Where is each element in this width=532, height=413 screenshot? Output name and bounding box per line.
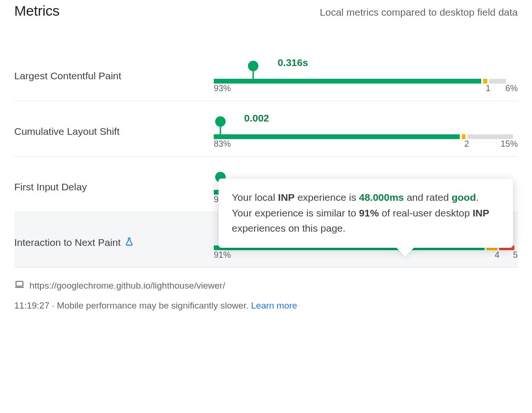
svg-rect-0 — [16, 282, 23, 286]
metric-marker — [248, 61, 258, 71]
distribution-bar — [214, 79, 518, 84]
metric-name: Largest Contentful Paint — [14, 70, 214, 82]
metric-chart: 0.00283%215% — [214, 119, 518, 144]
tooltip-abbr: INP — [473, 207, 489, 218]
metric-value: 0.002 — [244, 113, 269, 124]
laptop-icon — [14, 279, 25, 292]
footer-sep: · — [49, 300, 57, 310]
pct-poor: 15% — [501, 139, 518, 149]
metric-chart: 0.316s93%16% — [214, 64, 518, 88]
tooltip-text: Your local — [232, 192, 278, 203]
pct-ni: 2 — [465, 139, 469, 149]
metric-row-cls[interactable]: Cumulative Layout Shift0.00283%215% — [14, 101, 518, 156]
tooltip-value: 48.000ms — [359, 192, 404, 203]
segment-good — [214, 134, 460, 139]
flask-icon — [124, 237, 134, 249]
tooltip-abbr: INP — [278, 192, 294, 203]
footer: https://googlechrome.github.io/lighthous… — [14, 267, 518, 311]
pct-poor: 6% — [505, 84, 518, 94]
tooltip-text: experiences on this page. — [232, 223, 345, 234]
pct-ni: 1 — [485, 84, 490, 94]
metric-name: First Input Delay — [14, 181, 214, 193]
pct-good: 91% — [214, 250, 231, 260]
segment-grey — [467, 134, 513, 139]
tooltip-pct: 91% — [359, 207, 379, 218]
pct-ni: 4 — [495, 250, 500, 260]
pct-poor: 5 — [513, 250, 518, 260]
metric-value: 0.316s — [277, 57, 308, 68]
segment-ni — [462, 134, 466, 139]
pct-good: 9 — [214, 195, 218, 205]
pct-good: 93% — [214, 84, 231, 94]
distribution-bar — [214, 134, 518, 139]
footer-note: Mobile performance may be significantly … — [57, 300, 251, 310]
pct-good: 83% — [214, 139, 231, 149]
segment-grey — [489, 79, 506, 84]
tooltip-rating: good — [452, 192, 476, 203]
tooltip-text: experience is — [294, 192, 359, 203]
tooltip-text: and rated — [404, 192, 451, 203]
metric-name-label: First Input Delay — [14, 181, 87, 193]
metric-row-lcp[interactable]: Largest Contentful Paint0.316s93%16% — [14, 46, 518, 101]
segment-good — [214, 79, 481, 84]
segment-ni — [483, 79, 487, 84]
metric-name-label: Cumulative Layout Shift — [14, 126, 120, 137]
metric-name-label: Interaction to Next Paint — [14, 237, 121, 248]
footer-time: 11:19:27 — [14, 300, 49, 310]
metric-name: Cumulative Layout Shift — [14, 126, 214, 137]
section-subtitle: Local metrics compared to desktop field … — [320, 7, 518, 18]
tooltip-text: of real-user desktop — [379, 207, 473, 218]
footer-url: https://googlechrome.github.io/lighthous… — [29, 281, 225, 291]
metric-name: Interaction to Next Paint — [14, 237, 214, 249]
tooltip: Your local INP experience is 48.000ms an… — [218, 178, 513, 248]
section-title: Metrics — [14, 3, 59, 19]
metric-name-label: Largest Contentful Paint — [14, 70, 121, 82]
learn-more-link[interactable]: Learn more — [251, 300, 297, 310]
metric-marker — [215, 116, 226, 127]
